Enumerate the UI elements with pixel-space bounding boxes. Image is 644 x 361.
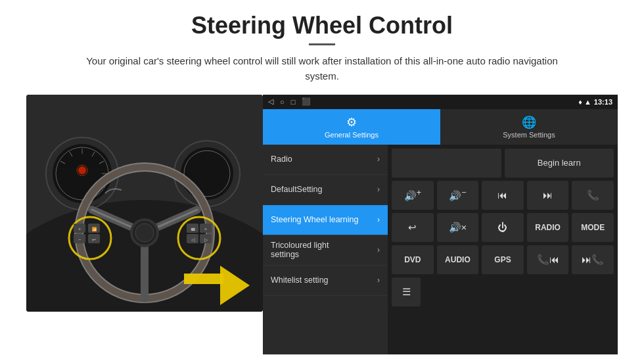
svg-point-26 <box>135 224 154 242</box>
next-track-button[interactable]: ⏭ <box>527 181 569 210</box>
android-panel: ◁ ○ □ ⬛ ♦ ▲ 13:13 ⚙ General Settings 🌐 <box>263 95 618 355</box>
gps-label: GPS <box>494 255 511 264</box>
vol-down-icon: 🔊− <box>449 188 466 202</box>
phone-prev-button[interactable]: 📞⏮ <box>527 245 569 274</box>
back-icon[interactable]: ◁ <box>268 97 273 106</box>
back-call-icon: ↩ <box>408 222 417 233</box>
prev-track-button[interactable]: ⏮ <box>482 181 524 210</box>
menu-item-whitelist-label: Whitelist setting <box>271 276 377 285</box>
dvd-label: DVD <box>404 255 421 264</box>
row1: Begin learn <box>392 149 614 178</box>
menu-item-tricoloured[interactable]: Tricoloured lightsettings › <box>263 235 388 266</box>
row5: ☰ <box>392 277 614 306</box>
audio-label: AUDIO <box>445 255 471 264</box>
content-area: + − 📶 ↩ ☎ ◁ + ▷ <box>26 95 618 355</box>
chevron-icon: › <box>377 215 380 224</box>
svg-text:☎: ☎ <box>191 228 196 231</box>
left-menu: Radio › DefaultSetting › Steering Wheel … <box>263 145 388 355</box>
list-button[interactable]: ☰ <box>392 277 421 306</box>
radio-label: RADIO <box>535 223 561 232</box>
svg-text:+: + <box>78 227 81 231</box>
menu-item-default[interactable]: DefaultSetting › <box>263 175 388 205</box>
radio-button[interactable]: RADIO <box>527 213 569 242</box>
next-icon: ⏭ <box>543 189 553 201</box>
page-title: Steering Wheel Control <box>191 12 453 39</box>
vol-up-button[interactable]: 🔊+ <box>392 181 434 210</box>
tab-general-label: General Settings <box>325 131 379 139</box>
top-tabs: ⚙ General Settings 🌐 System Settings <box>263 109 618 145</box>
menu-item-steering[interactable]: Steering Wheel learning › <box>263 205 388 235</box>
menu-item-default-label: DefaultSetting <box>271 185 377 194</box>
empty-box <box>392 149 501 178</box>
prev-icon: ⏮ <box>497 189 507 201</box>
svg-rect-46 <box>184 274 223 284</box>
chevron-icon: › <box>377 245 380 254</box>
power-button[interactable]: ⏻ <box>482 213 524 242</box>
page-wrapper: Steering Wheel Control Your original car… <box>0 0 644 361</box>
status-bar: ◁ ○ □ ⬛ ♦ ▲ 13:13 <box>263 95 618 109</box>
status-bar-right: ♦ ▲ 13:13 <box>578 98 612 106</box>
vol-down-button[interactable]: 🔊− <box>437 181 479 210</box>
phone-icon: 📞 <box>587 189 599 201</box>
list-icon: ☰ <box>402 286 411 298</box>
mute-button[interactable]: 🔊× <box>437 213 479 242</box>
car-image: + − 📶 ↩ ☎ ◁ + ▷ <box>26 95 263 312</box>
svg-text:+: + <box>204 227 207 231</box>
menu-item-radio[interactable]: Radio › <box>263 145 388 175</box>
tab-general[interactable]: ⚙ General Settings <box>263 109 440 145</box>
dvd-button[interactable]: DVD <box>392 245 434 274</box>
svg-point-12 <box>78 166 86 174</box>
row3: ↩ 🔊× ⏻ RADIO MODE <box>392 213 614 242</box>
chevron-icon: › <box>377 276 380 285</box>
menu-item-steering-label: Steering Wheel learning <box>271 215 377 224</box>
row2: 🔊+ 🔊− ⏮ ⏭ 📞 <box>392 181 614 210</box>
begin-learn-button[interactable]: Begin learn <box>505 149 614 178</box>
mute-icon: 🔊× <box>449 222 467 233</box>
vol-up-icon: 🔊+ <box>404 188 421 202</box>
signal-icon: ♦ ▲ <box>578 98 591 106</box>
svg-text:−: − <box>78 237 81 242</box>
menu-item-tricoloured-label: Tricoloured lightsettings <box>271 241 377 259</box>
chevron-icon: › <box>377 185 380 194</box>
status-bar-left: ◁ ○ □ ⬛ <box>268 97 311 106</box>
svg-point-15 <box>181 147 233 200</box>
tab-system-label: System Settings <box>503 131 555 139</box>
screenshot-icon[interactable]: ⬛ <box>302 97 311 106</box>
home-icon[interactable]: ○ <box>280 98 285 106</box>
row4: DVD AUDIO GPS 📞⏮ ⏭📞 <box>392 245 614 274</box>
chevron-icon: › <box>377 155 380 164</box>
back-call-button[interactable]: ↩ <box>392 213 434 242</box>
power-icon: ⏻ <box>497 222 507 233</box>
title-divider <box>309 43 335 45</box>
tab-system[interactable]: 🌐 System Settings <box>440 109 618 145</box>
phone-next-icon: ⏭📞 <box>582 254 604 266</box>
menu-item-radio-label: Radio <box>271 155 377 164</box>
right-panel: Begin learn 🔊+ 🔊− ⏮ <box>388 145 618 355</box>
globe-icon: 🌐 <box>522 115 536 130</box>
page-subtitle: Your original car's steering wheel contr… <box>72 53 572 84</box>
svg-text:📶: 📶 <box>92 227 97 232</box>
clock: 13:13 <box>594 98 612 106</box>
gear-icon: ⚙ <box>346 115 357 130</box>
phone-button[interactable]: 📞 <box>572 181 614 210</box>
menu-item-whitelist[interactable]: Whitelist setting › <box>263 266 388 296</box>
svg-text:↩: ↩ <box>92 237 96 242</box>
audio-button[interactable]: AUDIO <box>437 245 479 274</box>
mode-button[interactable]: MODE <box>572 213 614 242</box>
phone-next-button[interactable]: ⏭📞 <box>572 245 614 274</box>
gps-button[interactable]: GPS <box>482 245 524 274</box>
recents-icon[interactable]: □ <box>291 98 296 106</box>
mode-label: MODE <box>581 223 605 232</box>
phone-prev-icon: 📞⏮ <box>537 254 559 266</box>
android-main: Radio › DefaultSetting › Steering Wheel … <box>263 145 618 355</box>
